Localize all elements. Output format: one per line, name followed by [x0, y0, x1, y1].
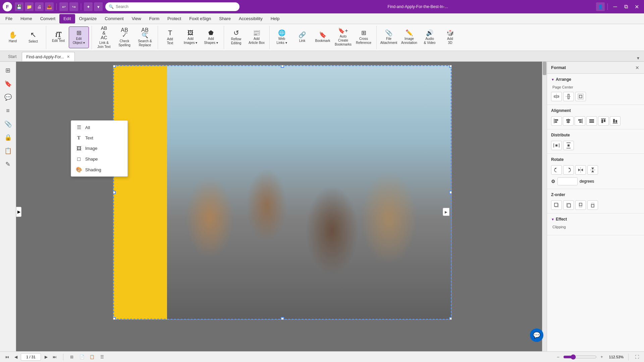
left-panel-collapse[interactable]: ▶	[16, 207, 21, 217]
search-replace-tool[interactable]: AB̲🔍 Search &Replace	[135, 26, 155, 48]
minimize-btn[interactable]: ─	[610, 2, 620, 11]
two-page-btn[interactable]: 📋	[88, 353, 96, 361]
handle-ml[interactable]	[113, 191, 116, 194]
dropdown-text[interactable]: T Text	[71, 133, 127, 143]
tab-dropdown[interactable]: ▾	[635, 55, 641, 61]
menu-foxit-esign[interactable]: Foxit eSign	[185, 14, 215, 23]
link-tool[interactable]: 🔗 Link	[292, 26, 312, 48]
rotate-cw-btn[interactable]	[563, 165, 574, 175]
dropdown-shape[interactable]: ◻ Shape	[71, 154, 127, 164]
continuous-btn[interactable]: ☰	[98, 353, 106, 361]
edit-object-tool[interactable]: ⊞ EditObject ▾	[69, 26, 89, 48]
comments-panel-btn[interactable]: 💬	[2, 91, 14, 103]
close-btn[interactable]: ✕	[632, 2, 641, 11]
bring-forward-btn[interactable]	[575, 200, 586, 210]
dropdown-shading[interactable]: 🎨 Shading	[71, 164, 127, 175]
dropdown-image[interactable]: 🖼 Image	[71, 143, 127, 154]
center-page-btn[interactable]	[575, 92, 586, 101]
menu-organize[interactable]: Organize	[75, 14, 101, 23]
first-page-btn[interactable]: ⏮	[3, 353, 11, 361]
align-center-btn[interactable]	[563, 116, 574, 126]
hand-tool[interactable]: ✋ Hand	[3, 26, 23, 48]
align-bottom-btn[interactable]	[610, 116, 621, 126]
menu-form[interactable]: Form	[145, 14, 163, 23]
web-links-tool[interactable]: 🌐 WebLinks ▾	[272, 26, 292, 48]
bring-to-front-btn[interactable]	[551, 200, 562, 210]
send-to-back-btn[interactable]	[563, 200, 574, 210]
start-tab[interactable]: Start	[3, 52, 22, 61]
search-input[interactable]	[116, 4, 236, 9]
thumbnail-view-btn[interactable]: ⊞	[68, 353, 75, 361]
add-images-tool[interactable]: 🖼 AddImages ▾	[180, 26, 201, 48]
edit-text-tool[interactable]: 𝑖T̲ Edit Text	[48, 26, 68, 48]
print-btn[interactable]: 🖨	[35, 2, 44, 11]
send-backward-btn[interactable]	[587, 200, 598, 210]
open-btn[interactable]: 📁	[25, 2, 34, 11]
handle-mr[interactable]	[449, 191, 452, 194]
handle-bl[interactable]	[113, 317, 116, 320]
single-page-btn[interactable]: 📄	[78, 353, 86, 361]
select-tool[interactable]: ↖ Select	[23, 26, 43, 48]
doc-tab[interactable]: Find-and-Apply-For... ✕	[22, 52, 75, 61]
page-number-input[interactable]	[21, 353, 41, 361]
handle-br[interactable]	[449, 317, 452, 320]
next-page-btn[interactable]: ▶	[42, 353, 50, 361]
layers-panel-btn[interactable]: ≡	[2, 105, 14, 117]
flip-h-btn[interactable]	[575, 165, 586, 175]
stamps-panel-btn[interactable]: 📋	[2, 145, 14, 157]
undo-btn[interactable]: ↩	[59, 2, 68, 11]
right-panel-collapse[interactable]: ▶	[443, 208, 449, 216]
handle-tl[interactable]	[113, 65, 116, 68]
link-join-text-tool[interactable]: AB&AC Link &Join Text	[94, 26, 114, 48]
menu-home[interactable]: Home	[16, 14, 36, 23]
reflow-editing-tool[interactable]: ↺ ReflowEditing	[226, 26, 246, 48]
check-spelling-tool[interactable]: AB̲✓ CheckSpelling	[114, 26, 135, 48]
zoom-slider[interactable]	[563, 354, 597, 360]
security-panel-btn[interactable]: 🔒	[2, 131, 14, 143]
menu-file[interactable]: File	[1, 14, 16, 23]
file-attachment-tool[interactable]: 📎 FileAttachment	[379, 26, 399, 48]
prev-page-btn[interactable]: ◀	[12, 353, 19, 361]
zoom-out-btn[interactable]: –	[554, 353, 562, 361]
panel-close-btn[interactable]: ✕	[635, 64, 640, 71]
cross-reference-tool[interactable]: ⊞ CrossReference	[354, 26, 374, 48]
bookmark-tool[interactable]: 🔖 Bookmark	[313, 26, 333, 48]
attachments-panel-btn[interactable]: 📎	[2, 118, 14, 130]
add-text-tool[interactable]: T AddText	[160, 26, 180, 48]
handle-tr[interactable]	[449, 65, 452, 68]
add-article-box-tool[interactable]: 📰 AddArticle Box	[247, 26, 267, 48]
thumbnails-panel-btn[interactable]: ⊞	[2, 64, 14, 76]
last-page-btn[interactable]: ⏭	[51, 353, 58, 361]
image-annotation-tool[interactable]: ✏️ ImageAnnotation	[399, 26, 419, 48]
menu-protect[interactable]: Protect	[163, 14, 185, 23]
menu-accessibility[interactable]: Accessibility	[235, 14, 267, 23]
menu-comment[interactable]: Comment	[101, 14, 127, 23]
zoom-in-btn[interactable]: +	[598, 353, 605, 361]
edit-panel-btn[interactable]: ✎	[2, 158, 14, 170]
vscroll-thumb[interactable]	[543, 62, 546, 75]
share-btn[interactable]: 📤	[45, 2, 54, 11]
fullscreen-btn[interactable]: ⛶	[633, 353, 641, 361]
search-bar[interactable]: 🔍	[105, 2, 239, 11]
dropdown-all[interactable]: ☰ All	[71, 122, 127, 133]
align-justify-btn[interactable]	[586, 116, 597, 126]
align-right-btn[interactable]	[575, 116, 585, 126]
menu-convert[interactable]: Convert	[36, 14, 60, 23]
user-icon[interactable]: 👤	[596, 2, 605, 11]
ai-btn[interactable]: ✦	[84, 2, 93, 11]
redo-btn[interactable]: ↪	[69, 2, 78, 11]
auto-create-bookmarks-tool[interactable]: 🔖+ Auto CreateBookmarks	[333, 26, 353, 48]
menu-view[interactable]: View	[128, 14, 145, 23]
handle-bc[interactable]	[281, 317, 284, 320]
align-left-btn[interactable]	[551, 116, 562, 126]
distribute-h-btn[interactable]	[551, 141, 562, 150]
menu-help[interactable]: Help	[267, 14, 284, 23]
add-3d-tool[interactable]: 🎲 Add3D	[440, 26, 460, 48]
doc-tab-close[interactable]: ✕	[66, 55, 70, 59]
rotate-degrees-input[interactable]: 0	[557, 177, 578, 185]
bookmarks-panel-btn[interactable]: 🔖	[2, 78, 14, 90]
handle-tc[interactable]	[281, 65, 284, 68]
audio-video-tool[interactable]: 🔊 Audio& Video	[420, 26, 440, 48]
align-top-btn[interactable]	[598, 116, 609, 126]
maximize-btn[interactable]: ⧉	[621, 2, 631, 11]
